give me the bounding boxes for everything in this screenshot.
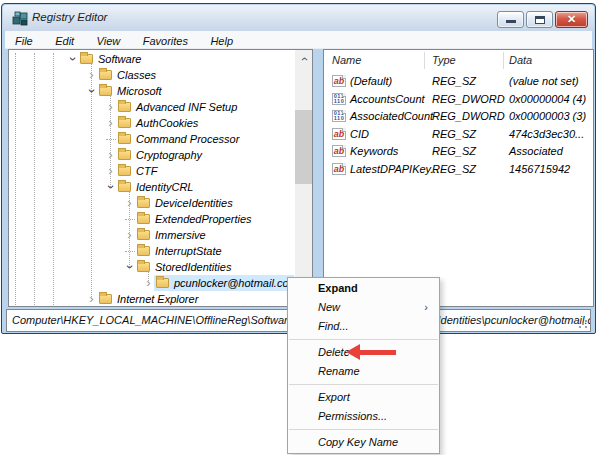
close-button[interactable]: ✕ (555, 11, 588, 28)
arrow-tail (359, 350, 396, 355)
maximize-button[interactable] (526, 11, 553, 28)
column-header-name[interactable]: Name (332, 54, 361, 66)
value-row-default[interactable]: ab(Default)REG_SZ(value not set) (324, 73, 592, 91)
context-menu-item-find[interactable]: Find... (288, 317, 439, 336)
folder-icon (137, 198, 150, 208)
minimize-icon (506, 20, 516, 23)
folder-icon (118, 102, 131, 112)
tree-item-label: Command Processor (136, 132, 239, 147)
folder-icon (137, 246, 150, 256)
tree-scrollbar[interactable]: › (295, 50, 312, 306)
value-name: Keywords (350, 145, 398, 157)
column-divider[interactable] (424, 52, 425, 69)
value-data: 1456715942 (509, 163, 570, 175)
value-row-associatedcount[interactable]: 011110AssociatedCountREG_DWORD0x00000003… (324, 108, 592, 126)
resize-grip[interactable] (578, 319, 588, 329)
menu-edit[interactable]: Edit (47, 33, 82, 47)
menu-bar: File Edit View Favorites Help (5, 31, 592, 49)
chevron-right-icon[interactable]: › (105, 115, 116, 131)
value-type: REG_DWORD (432, 93, 505, 105)
value-row-cid[interactable]: abCIDREG_SZ474c3d3ec30... (324, 126, 592, 144)
chevron-right-icon[interactable]: › (86, 67, 97, 83)
tree-item-label: Microsoft (117, 84, 162, 99)
column-divider[interactable] (503, 52, 504, 69)
chevron-down-icon[interactable]: › (103, 182, 119, 193)
folder-icon (118, 150, 131, 160)
value-data: (value not set) (509, 75, 579, 87)
arrow-head-icon (346, 344, 360, 360)
folder-icon (99, 294, 112, 304)
registry-editor-icon (12, 10, 28, 26)
reg-dword-icon: 011110 (332, 110, 346, 122)
tree-guide-stub (106, 139, 116, 140)
folder-icon (118, 182, 131, 192)
context-menu: ExpandNew›Find...DeleteRenameExportPermi… (287, 277, 440, 454)
tree-item-advanced-inf-setup[interactable]: ›Advanced INF Setup (9, 99, 312, 115)
menu-view[interactable]: View (89, 33, 129, 47)
folder-icon (137, 214, 150, 224)
scrollbar-thumb[interactable] (295, 110, 312, 184)
scroll-up-icon[interactable]: › (295, 50, 312, 66)
tree-item-ctf[interactable]: ›CTF (9, 163, 312, 179)
submenu-arrow-icon: › (424, 298, 428, 317)
tree-item-deviceidentities[interactable]: ›DeviceIdentities (9, 195, 312, 211)
chevron-right-icon[interactable]: › (143, 275, 154, 291)
menu-favorites[interactable]: Favorites (135, 33, 196, 47)
tree-item-microsoft[interactable]: ›Microsoft (9, 83, 312, 99)
chevron-right-icon[interactable]: › (124, 227, 135, 243)
value-name: LatestDPAPIKey... (350, 163, 439, 175)
column-header-data[interactable]: Data (509, 54, 532, 66)
value-row-keywords[interactable]: abKeywordsREG_SZAssociated (324, 143, 592, 161)
value-data: 0x00000003 (3) (509, 110, 586, 122)
tree-item-cryptography[interactable]: ›Cryptography (9, 147, 312, 163)
menu-help[interactable]: Help (202, 33, 241, 47)
tree-item-extendedproperties[interactable]: ExtendedProperties (9, 211, 312, 227)
tree-item-immersive[interactable]: ›Immersive (9, 227, 312, 243)
value-data: 0x00000004 (4) (509, 93, 586, 105)
chevron-down-icon[interactable]: › (122, 262, 138, 273)
value-row-latestdpapikey[interactable]: abLatestDPAPIKey...REG_SZ1456715942 (324, 161, 592, 179)
context-menu-item-permissions[interactable]: Permissions... (288, 407, 439, 426)
tree-rows: ›Software›Classes›Microsoft›Advanced INF… (9, 51, 312, 306)
tree-item-interruptstate[interactable]: InterruptState (9, 243, 312, 259)
tree-item-classes[interactable]: ›Classes (9, 67, 312, 83)
value-name: CID (350, 128, 369, 140)
chevron-down-icon[interactable]: › (65, 54, 81, 65)
screenshot-root: Registry Editor ✕ File Edit View Favorit… (0, 0, 600, 455)
minimize-button[interactable] (497, 11, 524, 28)
tree-item-label: IdentityCRL (136, 180, 193, 195)
context-menu-item-export[interactable]: Export (288, 388, 439, 407)
tree-item-storedidentities[interactable]: ›StoredIdentities (9, 259, 312, 275)
value-name: AssociatedCount (350, 110, 433, 122)
folder-icon (137, 262, 150, 272)
tree-item-label: Internet Explorer (117, 292, 198, 307)
tree-item-label: CTF (136, 164, 157, 179)
column-header-type[interactable]: Type (432, 54, 456, 66)
close-icon: ✕ (556, 13, 587, 26)
tree-guide-stub (125, 219, 135, 220)
tree-item-label: Cryptography (136, 148, 202, 163)
registry-tree-pane: ›Software›Classes›Microsoft›Advanced INF… (8, 49, 313, 307)
value-row-accountscount[interactable]: 011110AccountsCountREG_DWORD0x00000004 (… (324, 91, 592, 109)
tree-item-label: Software (98, 52, 141, 67)
chevron-right-icon[interactable]: › (105, 99, 116, 115)
tree-item-command-processor[interactable]: Command Processor (9, 131, 312, 147)
context-menu-item-new[interactable]: New› (288, 298, 439, 317)
tree-item-internet-explorer[interactable]: ›Internet Explorer (9, 291, 312, 307)
context-menu-item-expand[interactable]: Expand (288, 279, 439, 298)
chevron-right-icon[interactable]: › (105, 147, 116, 163)
context-menu-item-rename[interactable]: Rename (288, 362, 439, 381)
menu-file[interactable]: File (7, 33, 41, 47)
tree-item-identitycrl[interactable]: ›IdentityCRL (9, 179, 312, 195)
tree-item-software[interactable]: ›Software (9, 51, 312, 67)
tree-item-authcookies[interactable]: ›AuthCookies (9, 115, 312, 131)
chevron-right-icon[interactable]: › (124, 195, 135, 211)
folder-icon (156, 278, 169, 288)
tree-item-pcunlocker-hotmail-com[interactable]: ›pcunlocker@hotmail.com (9, 275, 312, 291)
chevron-right-icon[interactable]: › (105, 163, 116, 179)
tree-item-label: pcunlocker@hotmail.com (174, 276, 298, 291)
chevron-down-icon[interactable]: › (84, 86, 100, 97)
chevron-right-icon[interactable]: › (86, 291, 97, 307)
context-menu-item-copy-key-name[interactable]: Copy Key Name (288, 433, 439, 452)
folder-icon (80, 54, 93, 64)
